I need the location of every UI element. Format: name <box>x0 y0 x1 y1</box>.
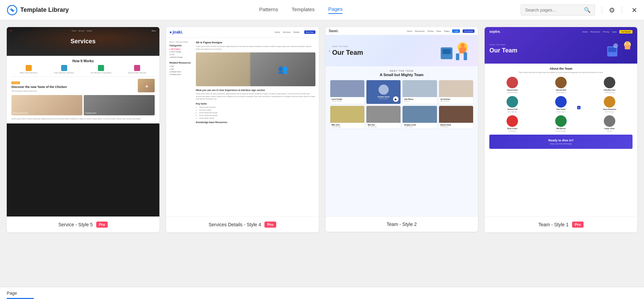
svg-rect-4 <box>442 49 451 54</box>
preview-section-title-3: A Small but Mighty Team <box>330 73 473 77</box>
template-card-3[interactable]: Sasei. Home Resources Pricing Team Pages… <box>326 27 478 232</box>
preview-cta-sub: Start your free trial today <box>493 143 628 145</box>
card-footer-2: Services Details - Style 4 Pro <box>166 216 319 232</box>
preview-about-title: About the Team <box>489 67 633 70</box>
preview-team1-logo: soptre. <box>489 30 500 33</box>
header: Template Library Patterns Templates Page… <box>0 0 644 20</box>
logo[interactable]: Template Library <box>7 5 81 16</box>
preview-categories-label: Categories <box>170 44 193 47</box>
svg-point-16 <box>613 43 618 48</box>
preview-details: ● joaki. Home Services Details Book Now … <box>166 27 319 216</box>
pro-badge-1: Pro <box>96 222 108 228</box>
tab-patterns[interactable]: Patterns <box>259 6 278 14</box>
search-icon[interactable]: 🔍 <box>584 7 591 13</box>
pro-badge-2: Pro <box>264 222 276 228</box>
card-label-2: Services Details - Style 4 <box>209 222 261 227</box>
preview-team2-logo: Sasei. <box>329 29 339 33</box>
card-preview-3: Sasei. Home Resources Pricing Team Pages… <box>326 27 478 216</box>
preview-section-title: What you can see in User Experience & In… <box>196 89 315 91</box>
preview-section-label-3: MEET THE TEAM <box>330 70 473 72</box>
svg-rect-15 <box>625 45 630 49</box>
preview-hero-title-3: Our Team <box>332 49 363 56</box>
preview-heading: XD & Figma Designs <box>196 41 315 44</box>
search-box: 🔍 <box>521 4 595 16</box>
search-input[interactable] <box>525 7 581 13</box>
card-label-1: Service - Style 5 <box>58 222 93 227</box>
preview-hero-title-4: Our Team <box>489 47 517 54</box>
card-preview-1: ● Home Services Details Menu Services Ho… <box>7 27 159 216</box>
preview-team2: Sasei. Home Resources Pricing Team Pages… <box>326 27 478 216</box>
preview-hero-breadcrumb-4: Home / Our Team <box>489 44 517 46</box>
card-footer-4: Team - Style 1 Pro <box>485 216 637 232</box>
svg-point-14 <box>626 42 629 44</box>
preview-team1: soptre. Home Resources Pricing Login Get… <box>485 27 637 216</box>
card-footer-3: Team - Style 2 <box>326 216 478 232</box>
svg-rect-9 <box>464 52 467 60</box>
filter-icon[interactable]: ⚙ <box>609 6 615 14</box>
preview-services-title: Services <box>71 38 96 45</box>
svg-point-6 <box>461 43 465 47</box>
preview-details-logo: joaki. <box>173 30 183 34</box>
preview-related-label: Related Resources <box>170 62 193 64</box>
template-card-1[interactable]: ● Home Services Details Menu Services Ho… <box>7 27 159 232</box>
main-content: ● Home Services Details Menu Services Ho… <box>0 20 644 246</box>
preview-featured-title: Discover the new Taste of the Chicken <box>11 85 136 89</box>
preview-featured-sub: The full savory cheese works best <box>11 90 136 92</box>
template-card-4[interactable]: soptre. Home Resources Pricing Login Get… <box>485 27 637 232</box>
card-preview-4: soptre. Home Resources Pricing Login Get… <box>485 27 637 216</box>
card-preview-2: ● joaki. Home Services Details Book Now … <box>166 27 319 216</box>
pro-badge-4: Pro <box>572 222 584 228</box>
vertical-divider <box>602 6 602 14</box>
svg-point-1 <box>11 9 13 11</box>
logo-icon <box>7 5 18 16</box>
main-nav: Patterns Templates Pages <box>81 6 521 14</box>
preview-key-tasks: Key tasks <box>196 102 315 105</box>
preview-services: ● Home Services Details Menu Services Ho… <box>7 27 159 216</box>
svg-rect-12 <box>608 47 616 52</box>
preview-knowledge-base: Knowledge-base Resources <box>196 121 315 123</box>
card-footer-1: Service - Style 5 Pro <box>7 216 159 232</box>
template-card-2[interactable]: ● joaki. Home Services Details Book Now … <box>166 27 319 232</box>
preview-hero-breadcrumb-3: Home / Our Team <box>332 45 363 47</box>
card-label-4: Team - Style 1 <box>538 222 568 227</box>
card-label-3: Team - Style 2 <box>387 222 417 227</box>
preview-chip: Choose <box>11 82 20 84</box>
logo-text: Template Library <box>20 6 69 14</box>
close-button[interactable]: ✕ <box>632 6 637 14</box>
bottom-bar-label: Page <box>7 291 17 296</box>
preview-icons-row: Best Food Services Fast Delivery Service… <box>11 65 155 74</box>
tab-pages[interactable]: Pages <box>328 6 343 14</box>
svg-rect-8 <box>456 53 459 60</box>
header-right: 🔍 ⚙ ✕ <box>521 4 637 16</box>
preview-cta-title: Ready to dive in? <box>493 139 628 142</box>
preview-how-it-works: How It Works <box>11 59 155 63</box>
bottom-bar: Page <box>0 287 644 299</box>
tab-templates[interactable]: Templates <box>291 6 314 14</box>
vertical-divider-2 <box>622 6 622 14</box>
preview-about-text: That's where we need to break down the p… <box>489 71 633 74</box>
